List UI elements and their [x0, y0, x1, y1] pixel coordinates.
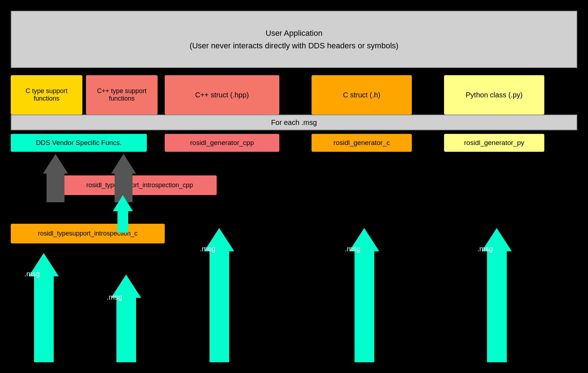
cpp-type-support-box: C++ type support functions [86, 75, 158, 115]
cyan-shaft-5 [487, 251, 507, 362]
rosidl-gen-c-label: rosidl_generator_c [333, 139, 390, 147]
user-app-title: User Application [266, 27, 323, 39]
small-cyan-arrowhead [113, 195, 133, 211]
dds-vendor-box: DDS Vendor Specific Funcs. [11, 134, 147, 152]
cyan-arrow-1 [29, 253, 59, 362]
diagram: User Application (User never interacts d… [0, 0, 588, 373]
msg-label-1: .msg [24, 270, 40, 278]
user-app-subtitle: (User never interacts directly with DDS … [189, 39, 398, 52]
python-class-box: Python class (.py) [444, 75, 544, 115]
gray-shaft-left [47, 174, 64, 202]
c-type-support-label: C type support functions [14, 87, 79, 102]
cyan-shaft-1 [34, 276, 54, 362]
rosidl-gen-cpp-box: rosidl_generator_cpp [165, 134, 279, 152]
typesupport-c-box: rosidl_typesupport_introspection_c [11, 224, 165, 243]
rosidl-gen-cpp-label: rosidl_generator_cpp [190, 139, 254, 147]
msg-label-3: .msg [200, 245, 215, 253]
rosidl-gen-c-box: rosidl_generator_c [312, 134, 412, 152]
cyan-shaft-2 [116, 298, 136, 362]
rosidl-gen-py-box: rosidl_generator_py [444, 134, 544, 152]
rosidl-gen-py-label: rosidl_generator_py [464, 139, 524, 147]
c-struct-box: C struct (.h) [312, 75, 412, 115]
msg-label-2: .msg [107, 293, 122, 301]
typesupport-cpp-box: rosidl_typesupport_introspection_cpp [63, 175, 217, 195]
small-cyan-shaft [117, 211, 128, 233]
python-class-label: Python class (.py) [466, 91, 523, 99]
cyan-arrow-2 [111, 275, 141, 362]
cyan-shaft-3 [209, 251, 229, 362]
user-app-box: User Application (User never interacts d… [11, 11, 577, 68]
msg-label-4: .msg [345, 245, 360, 253]
cyan-shaft-4 [355, 251, 374, 362]
gray-arrowhead-right [111, 154, 136, 174]
for-each-band: For each .msg [11, 115, 577, 130]
c-type-support-box: C type support functions [11, 75, 82, 115]
msg-label-5: .msg [477, 245, 493, 253]
cpp-struct-box: C++ struct (.hpp) [165, 75, 279, 115]
for-each-label: For each .msg [271, 118, 317, 127]
cpp-type-support-label: C++ type support functions [90, 87, 154, 102]
cpp-struct-label: C++ struct (.hpp) [195, 91, 249, 99]
dds-vendor-label: DDS Vendor Specific Funcs. [36, 139, 122, 147]
gray-arrow-left [43, 154, 68, 202]
gray-arrowhead-left [43, 154, 68, 174]
small-cyan-arrow [113, 195, 133, 233]
c-struct-label: C struct (.h) [343, 91, 380, 99]
typesupport-cpp-label: rosidl_typesupport_introspection_cpp [86, 181, 193, 189]
